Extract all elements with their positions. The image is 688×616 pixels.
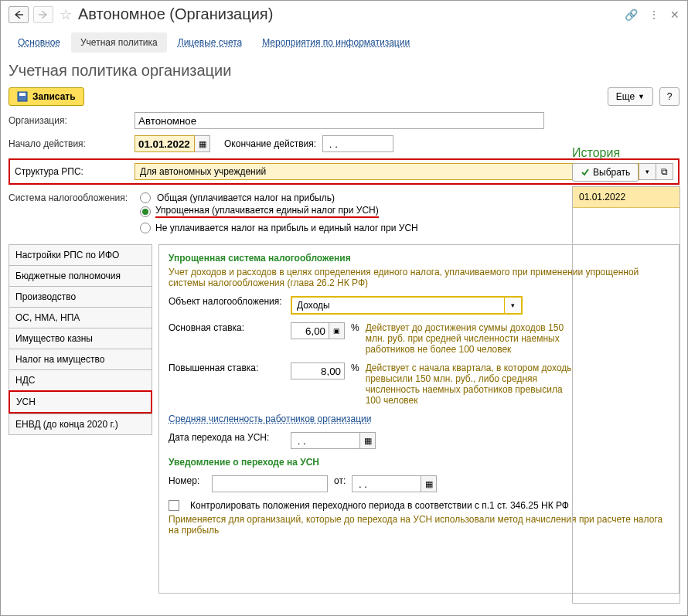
forward-button[interactable] <box>33 6 53 23</box>
page-heading: Учетная политика организации <box>1 53 687 87</box>
history-select-label: Выбрать <box>593 167 630 178</box>
titlebar: ☆ Автономное (Организация) 🔗 ⋮ ✕ <box>1 1 687 28</box>
nav-rps-ifo[interactable]: Настройки РПС по ИФО <box>9 244 152 265</box>
notice-date-input[interactable] <box>352 475 421 492</box>
more-button[interactable]: Еще ▼ <box>608 87 653 106</box>
close-icon[interactable]: ✕ <box>670 9 679 21</box>
favorite-star-icon[interactable]: ☆ <box>60 6 72 23</box>
tax-radio-usn[interactable] <box>140 206 151 217</box>
base-rate-input[interactable] <box>291 322 329 339</box>
history-item[interactable]: 01.01.2022 <box>573 187 679 208</box>
ot-label: от: <box>334 475 346 486</box>
end-label: Окончание действия: <box>224 138 316 149</box>
nav-production[interactable]: Производство <box>9 286 152 307</box>
nav-usn[interactable]: УСН <box>9 390 152 414</box>
calendar-icon[interactable]: ▦ <box>421 475 437 492</box>
tax-system-label: Система налогообложения: <box>9 192 134 203</box>
arrow-left-icon <box>14 11 23 19</box>
start-date-input[interactable] <box>135 135 195 152</box>
percent-sign: % <box>351 322 359 333</box>
tax-radio-none[interactable] <box>140 223 151 233</box>
history-list[interactable]: 01.01.2022 <box>572 186 680 604</box>
link-icon[interactable]: 🔗 <box>625 9 638 21</box>
save-label: Записать <box>32 91 76 102</box>
nav-envd[interactable]: ЕНВД (до конца 2020 г.) <box>9 414 152 435</box>
transition-checkbox[interactable] <box>169 500 179 511</box>
tax-object-dropdown-btn[interactable]: ▾ <box>504 298 521 313</box>
base-rate-hint: Действует до достижения суммы доходов 15… <box>366 322 574 355</box>
chevron-down-icon: ▼ <box>638 93 645 100</box>
tab-accounts[interactable]: Лицевые счета <box>169 32 251 53</box>
back-button[interactable] <box>9 6 29 23</box>
tax-object-select[interactable]: Доходы ▾ <box>291 296 523 315</box>
toolbar: Записать Еще ▼ ? <box>1 87 687 112</box>
calendar-icon[interactable]: ▦ <box>360 432 376 449</box>
tabs: Основное Учетная политика Лицевые счета … <box>1 32 687 53</box>
obj-label: Объект налогообложения: <box>169 296 284 307</box>
history-panel: История Выбрать 01.01.2022 <box>572 146 680 604</box>
end-date-input[interactable] <box>322 135 393 152</box>
tab-main[interactable]: Основное <box>9 32 70 53</box>
more-label: Еще <box>616 91 635 102</box>
tax-option-general: Общая (уплачивается налог на прибыль) <box>157 192 335 203</box>
floppy-icon <box>17 91 28 102</box>
history-title: История <box>572 146 680 160</box>
high-rate-hint: Действует с начала квартала, в котором д… <box>366 362 574 406</box>
tax-option-usn: Упрощенная (уплачивается единый налог пр… <box>155 205 379 218</box>
notice-title: Уведомление о переходе на УСН <box>169 457 319 468</box>
nav-vat[interactable]: НДС <box>9 369 152 390</box>
chevron-down-icon: ▾ <box>511 301 515 309</box>
start-label: Начало действия: <box>9 138 128 149</box>
number-label: Номер: <box>169 475 206 486</box>
usn-date-input[interactable] <box>291 432 360 449</box>
svg-rect-1 <box>19 93 26 96</box>
side-nav: Настройки РПС по ИФО Бюджетные полномочи… <box>9 244 152 594</box>
history-select-button[interactable]: Выбрать <box>572 163 639 182</box>
high-rate-label: Повышенная ставка: <box>169 362 284 373</box>
check-icon <box>581 168 590 177</box>
rps-value[interactable]: Для автономных учреждений <box>135 163 639 180</box>
tab-informatization[interactable]: Мероприятия по информатизации <box>253 32 419 53</box>
org-label: Организация: <box>9 115 128 126</box>
save-button[interactable]: Записать <box>9 87 84 106</box>
usn-date-label: Дата перехода на УСН: <box>169 432 284 443</box>
high-rate-input[interactable] <box>291 362 345 379</box>
nav-property-tax[interactable]: Налог на имущество <box>9 349 152 369</box>
window-title: Автономное (Организация) <box>78 5 620 23</box>
tax-radio-general[interactable] <box>140 192 151 203</box>
nav-os-nma[interactable]: ОС, НМА, НПА <box>9 307 152 328</box>
notice-number-input[interactable] <box>212 475 328 492</box>
calendar-icon[interactable]: ▦ <box>195 135 210 152</box>
base-rate-step[interactable]: ▣ <box>329 322 345 339</box>
help-button[interactable]: ? <box>659 87 679 106</box>
tax-option-none: Не уплачивается налог на прибыль и едины… <box>155 223 418 233</box>
more-vert-icon[interactable]: ⋮ <box>649 9 659 21</box>
base-rate-label: Основная ставка: <box>169 322 284 333</box>
avg-headcount-link[interactable]: Средняя численность работников организац… <box>169 414 372 424</box>
percent-sign: % <box>351 362 359 373</box>
arrow-right-icon <box>39 11 48 19</box>
tab-accounting-policy[interactable]: Учетная политика <box>71 32 167 53</box>
nav-treasury[interactable]: Имущество казны <box>9 328 152 349</box>
nav-budget[interactable]: Бюджетные полномочия <box>9 265 152 286</box>
tax-object-value: Доходы <box>292 298 504 313</box>
org-input[interactable] <box>135 112 544 129</box>
rps-label: Структура РПС: <box>15 166 128 177</box>
